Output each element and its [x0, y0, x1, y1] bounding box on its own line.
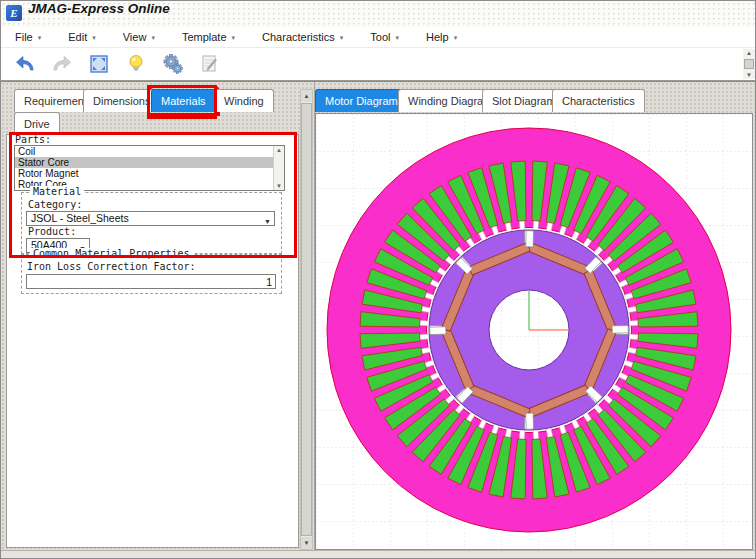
motor-cross-section — [316, 114, 752, 549]
fit-view-icon[interactable] — [87, 52, 111, 76]
parts-list-item[interactable]: Coil — [15, 146, 284, 157]
menu-help[interactable]: Help▾ — [426, 31, 457, 43]
tab-materials[interactable]: Materials — [151, 89, 216, 112]
common-properties-legend: Common Material Properties — [30, 248, 193, 259]
chevron-down-icon: ▾ — [454, 34, 458, 41]
chevron-down-icon: ▾ — [38, 34, 42, 41]
iron-loss-factor-input[interactable] — [26, 274, 276, 289]
app-window: E JMAG-Express Online File▾ Edit▾ View▾ … — [0, 0, 756, 559]
lightbulb-icon[interactable] — [124, 52, 148, 76]
material-group-legend: Material — [30, 186, 84, 197]
scrollbar-thumb[interactable] — [301, 103, 312, 536]
parts-list-item[interactable]: Rotor Magnet — [15, 168, 284, 179]
scroll-down-icon[interactable]: ▼ — [301, 537, 312, 549]
left-panel-scrollbar[interactable]: ▲ ▼ — [300, 89, 313, 550]
parts-list-item-selected[interactable]: Stator Core — [15, 157, 284, 168]
tab-drive[interactable]: Drive — [14, 112, 60, 135]
status-bar — [1, 550, 755, 558]
tab-dimensions[interactable]: Dimensions — [83, 89, 160, 112]
scroll-up-icon[interactable]: ▲ — [746, 50, 752, 56]
scroll-up-icon[interactable]: ▲ — [276, 147, 282, 153]
product-label: Product: — [28, 226, 76, 237]
motor-diagram-canvas — [315, 113, 753, 550]
scroll-down-icon[interactable]: ▼ — [746, 72, 752, 78]
tab-characteristics[interactable]: Characteristics — [552, 89, 645, 112]
main-area: Requirement Dimensions Materials Winding… — [1, 81, 755, 550]
gears-icon[interactable] — [161, 52, 185, 76]
scroll-up-icon[interactable]: ▲ — [301, 90, 312, 102]
tab-motor-diagram[interactable]: Motor Diagram — [315, 89, 408, 112]
iron-loss-factor-label: Iron Loss Correction Factor: — [27, 261, 196, 272]
page-scrollbar[interactable]: ▲ ▼ — [743, 49, 755, 79]
menu-tool[interactable]: Tool▾ — [370, 31, 399, 43]
chevron-down-icon: ▾ — [396, 34, 400, 41]
chevron-down-icon: ▾ — [232, 34, 236, 41]
menu-template[interactable]: Template▾ — [182, 31, 235, 43]
category-label: Category: — [28, 199, 82, 210]
tab-winding[interactable]: Winding — [214, 89, 274, 112]
app-title: JMAG-Express Online — [28, 1, 170, 27]
app-logo-icon: E — [6, 5, 22, 21]
parts-label: Parts: — [15, 134, 51, 145]
scrollbar-thumb[interactable] — [744, 59, 754, 69]
menu-view[interactable]: View▾ — [123, 31, 155, 43]
menu-characteristics[interactable]: Characteristics▾ — [262, 31, 343, 43]
toolbar: ▲ ▼ — [1, 48, 755, 81]
dropdown-arrow-icon: ▼ — [264, 215, 271, 228]
chevron-down-icon: ▾ — [340, 34, 344, 41]
parts-list: Coil Stator Core Rotor Magnet Rotor Core… — [14, 145, 285, 191]
menu-file[interactable]: File▾ — [15, 31, 41, 43]
parts-list-scrollbar[interactable]: ▲ ▼ — [273, 146, 284, 190]
chevron-down-icon: ▾ — [151, 34, 155, 41]
title-bar: E JMAG-Express Online — [1, 1, 755, 27]
undo-icon[interactable] — [13, 52, 37, 76]
menu-bar: File▾ Edit▾ View▾ Template▾ Characterist… — [1, 27, 755, 48]
category-select[interactable]: JSOL - Steel_Sheets ▼ — [26, 211, 275, 226]
scroll-down-icon[interactable]: ▼ — [276, 183, 282, 189]
menu-edit[interactable]: Edit▾ — [68, 31, 95, 43]
edit-report-icon[interactable] — [198, 52, 222, 76]
redo-icon[interactable] — [50, 52, 74, 76]
chevron-down-icon: ▾ — [92, 34, 96, 41]
